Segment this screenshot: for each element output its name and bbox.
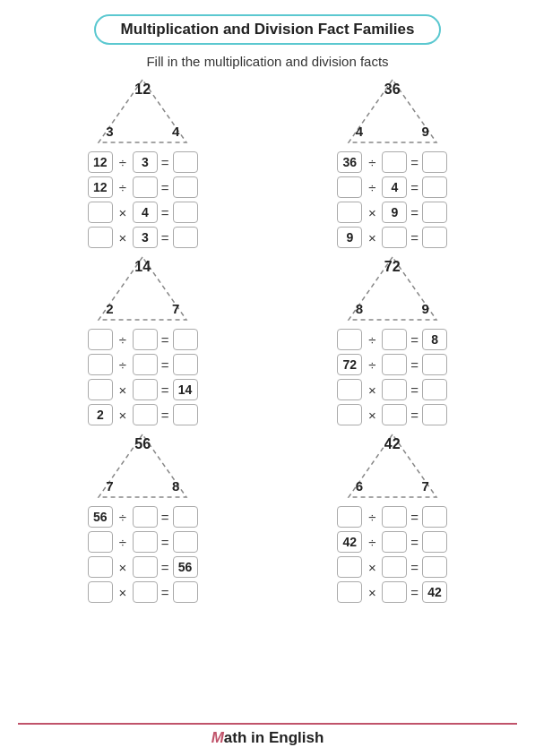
answer-box[interactable] xyxy=(337,506,362,528)
answer-box[interactable] xyxy=(133,404,158,425)
answer-box[interactable] xyxy=(422,506,447,528)
answer-box[interactable] xyxy=(88,581,113,603)
answer-box[interactable]: 9 xyxy=(337,227,362,248)
answer-box[interactable] xyxy=(382,227,407,248)
equals-sign: = xyxy=(161,560,169,575)
answer-box[interactable] xyxy=(133,506,158,528)
answer-box[interactable] xyxy=(173,506,198,528)
answer-box[interactable] xyxy=(422,354,447,375)
equals-sign: = xyxy=(410,230,419,245)
answer-box[interactable] xyxy=(173,531,198,553)
answer-box[interactable] xyxy=(133,531,158,553)
triangle: 1234 xyxy=(93,76,192,148)
footer: Math in English xyxy=(18,723,517,747)
answer-box[interactable] xyxy=(422,176,447,198)
answer-box[interactable] xyxy=(337,329,362,350)
answer-box[interactable]: 4 xyxy=(133,202,158,223)
equals-sign: = xyxy=(161,510,169,525)
equations: 36÷=÷4=×9=9×= xyxy=(337,151,447,248)
answer-box[interactable] xyxy=(173,176,198,198)
equation-row: ×= xyxy=(337,379,447,400)
triangle-bottom-right: 9 xyxy=(421,301,428,316)
equations: 56÷=÷=×=56×= xyxy=(88,506,198,603)
triangle-bottom-right: 4 xyxy=(172,124,179,139)
equation-row: ÷= xyxy=(88,354,198,375)
answer-box[interactable] xyxy=(173,202,198,223)
answer-box[interactable]: 42 xyxy=(337,531,362,553)
equation-row: ×3= xyxy=(88,227,198,248)
answer-box[interactable] xyxy=(88,202,113,223)
answer-box[interactable]: 8 xyxy=(422,329,447,350)
answer-box[interactable] xyxy=(337,379,362,400)
answer-box[interactable] xyxy=(422,151,447,173)
answer-box[interactable] xyxy=(382,151,407,173)
answer-box[interactable]: 56 xyxy=(88,506,113,528)
answer-box[interactable] xyxy=(422,556,447,578)
answer-box[interactable]: 56 xyxy=(173,556,198,578)
answer-box[interactable] xyxy=(173,151,198,173)
answer-box[interactable] xyxy=(88,354,113,375)
answer-box[interactable] xyxy=(382,556,407,578)
answer-box[interactable] xyxy=(382,404,407,425)
answer-box[interactable] xyxy=(173,581,198,603)
family-1: 123412÷3=12÷=×4=×3= xyxy=(26,76,259,248)
answer-box[interactable]: 42 xyxy=(422,581,447,603)
answer-box[interactable]: 3 xyxy=(133,151,158,173)
answer-box[interactable] xyxy=(173,354,198,375)
answer-box[interactable]: 4 xyxy=(382,176,407,198)
equals-sign: = xyxy=(410,535,419,550)
answer-box[interactable] xyxy=(382,354,407,375)
equation-row: 42÷= xyxy=(337,531,447,553)
answer-box[interactable] xyxy=(88,379,113,400)
answer-box[interactable] xyxy=(422,379,447,400)
answer-box[interactable]: 12 xyxy=(88,151,113,173)
answer-box[interactable]: 2 xyxy=(88,404,113,425)
answer-box[interactable] xyxy=(173,329,198,350)
equals-sign: = xyxy=(161,585,169,600)
answer-box[interactable]: 36 xyxy=(337,151,362,173)
operator: ÷ xyxy=(116,155,129,170)
answer-box[interactable] xyxy=(337,176,362,198)
answer-box[interactable] xyxy=(337,202,362,223)
answer-box[interactable] xyxy=(173,227,198,248)
answer-box[interactable] xyxy=(133,556,158,578)
answer-box[interactable] xyxy=(422,531,447,553)
equals-sign: = xyxy=(410,180,419,195)
triangle-bottom-right: 8 xyxy=(172,478,179,494)
answer-box[interactable]: 3 xyxy=(133,227,158,248)
answer-box[interactable] xyxy=(133,379,158,400)
answer-box[interactable] xyxy=(337,404,362,425)
equals-sign: = xyxy=(161,382,169,398)
answer-box[interactable] xyxy=(133,176,158,198)
triangle-bottom-left: 6 xyxy=(356,478,363,494)
answer-box[interactable]: 9 xyxy=(382,202,407,223)
row-3: 567856÷=÷=×=56×= 4267÷=42÷=×=×=42 xyxy=(18,431,517,603)
answer-box[interactable]: 72 xyxy=(337,354,362,375)
answer-box[interactable]: 12 xyxy=(88,176,113,198)
answer-box[interactable] xyxy=(88,556,113,578)
answer-box[interactable] xyxy=(382,329,407,350)
answer-box[interactable] xyxy=(133,354,158,375)
equals-sign: = xyxy=(410,357,419,373)
answer-box[interactable] xyxy=(133,329,158,350)
equals-sign: = xyxy=(410,560,419,575)
answer-box[interactable] xyxy=(422,202,447,223)
triangle: 5678 xyxy=(93,431,192,503)
answer-box[interactable] xyxy=(382,531,407,553)
operator: × xyxy=(366,560,378,575)
answer-box[interactable] xyxy=(422,404,447,425)
answer-box[interactable] xyxy=(88,329,113,350)
answer-box[interactable] xyxy=(382,379,407,400)
equation-row: ×= xyxy=(337,404,447,425)
answer-box[interactable] xyxy=(337,556,362,578)
answer-box[interactable] xyxy=(173,404,198,425)
operator: ÷ xyxy=(366,332,378,348)
answer-box[interactable] xyxy=(133,581,158,603)
answer-box[interactable] xyxy=(382,581,407,603)
answer-box[interactable] xyxy=(88,227,113,248)
answer-box[interactable]: 14 xyxy=(173,379,198,400)
answer-box[interactable] xyxy=(422,227,447,248)
answer-box[interactable] xyxy=(88,531,113,553)
answer-box[interactable] xyxy=(337,581,362,603)
answer-box[interactable] xyxy=(382,506,407,528)
